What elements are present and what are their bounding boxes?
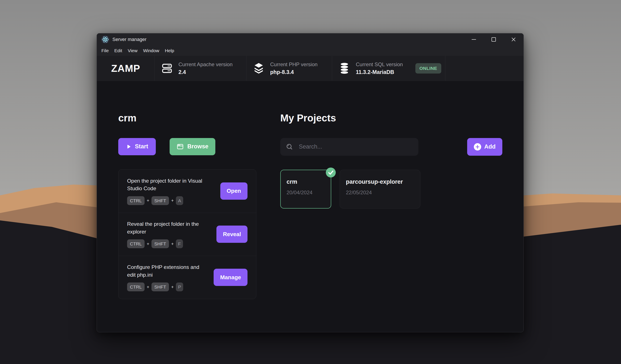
sql-version-label: Current SQL version (356, 62, 403, 67)
plus-separator: + (147, 198, 149, 203)
database-icon (339, 63, 350, 74)
minimize-button[interactable] (464, 33, 484, 46)
server-manager-window: Server manager (97, 33, 524, 332)
php-status: Current PHP version php-8.3.4 (246, 56, 332, 81)
open-vscode-row: Open the project folder in Visual Studio… (119, 169, 256, 213)
menu-bar: File Edit View Window Help (97, 46, 523, 56)
search-input[interactable] (298, 143, 413, 150)
menu-view[interactable]: View (125, 46, 140, 56)
play-icon (126, 144, 131, 149)
key-a: A (176, 196, 183, 205)
open-vscode-description: Open the project folder in Visual Studio… (127, 177, 207, 192)
project-name: crm (287, 179, 325, 185)
key-shft: SHFT (152, 282, 169, 291)
brand-logo: ZAMP (111, 63, 140, 74)
selected-check-badge (326, 167, 336, 178)
key-f: F (176, 239, 183, 248)
plus-circle-icon (474, 143, 481, 150)
project-name: parcoursup-explorer (346, 179, 414, 185)
layers-icon (253, 63, 264, 74)
projects-list: crm 20/04/2024 parcoursup-explorer 22/05… (280, 170, 502, 209)
online-status-badge: ONLINE (415, 63, 441, 74)
key-shft: SHFT (152, 196, 169, 205)
minimize-icon (471, 37, 477, 42)
plus-separator: + (171, 198, 174, 203)
sql-status: Current SQL version 11.3.2-MariaDB ONLIN… (332, 56, 445, 81)
maximize-icon (491, 37, 497, 42)
plus-separator: + (171, 284, 174, 290)
project-action-buttons: Start Browse (118, 138, 256, 155)
window-title: Server manager (112, 37, 147, 42)
project-card-parcoursup-explorer[interactable]: parcoursup-explorer 22/05/2024 (340, 170, 420, 209)
plus-separator: + (147, 284, 149, 290)
reveal-button[interactable]: Reveal (216, 226, 247, 243)
project-card-crm[interactable]: crm 20/04/2024 (280, 170, 331, 209)
search-box[interactable] (280, 138, 418, 156)
browse-button[interactable]: Browse (170, 138, 215, 155)
reveal-explorer-row: Reveal the project folder in the explore… (119, 213, 256, 256)
browser-window-icon (176, 143, 184, 150)
apache-version-label: Current Apache version (178, 62, 233, 67)
maximize-button[interactable] (484, 33, 504, 46)
open-button[interactable]: Open (220, 182, 247, 200)
close-icon (511, 37, 516, 42)
project-detail-panel: crm Start (118, 112, 256, 332)
project-actions-card: Open the project folder in Visual Studio… (118, 169, 256, 299)
main-content: crm Start (97, 81, 523, 332)
browse-button-label: Browse (187, 143, 208, 150)
project-date: 20/04/2024 (287, 190, 325, 196)
reveal-explorer-shortcut: CTRL + SHFT + F (127, 239, 207, 248)
close-button[interactable] (504, 33, 523, 46)
checkmark-icon (326, 167, 336, 178)
menu-help[interactable]: Help (162, 46, 177, 56)
add-button-label: Add (484, 143, 495, 150)
php-version-label: Current PHP version (270, 62, 318, 67)
apache-status: Current Apache version 2.4 (155, 56, 246, 81)
selected-project-title: crm (118, 112, 256, 125)
menu-edit[interactable]: Edit (112, 46, 125, 56)
plus-separator: + (171, 241, 174, 247)
reveal-explorer-description: Reveal the project folder in the explore… (127, 220, 207, 235)
projects-panel: My Projects (280, 112, 502, 332)
window-controls (464, 33, 523, 46)
open-vscode-shortcut: CTRL + SHFT + A (127, 196, 207, 205)
apache-version-value: 2.4 (178, 69, 233, 75)
brand-box: ZAMP (97, 56, 155, 81)
key-shft: SHFT (152, 239, 169, 248)
sql-version-value: 11.3.2-MariaDB (356, 69, 403, 75)
desktop-screen: Server manager (0, 0, 621, 364)
configure-php-description: Configure PHP extensions and edit php.in… (127, 263, 207, 279)
server-icon (161, 63, 173, 74)
php-version-value: php-8.3.4 (270, 69, 318, 75)
projects-panel-title: My Projects (280, 112, 502, 125)
manage-button[interactable]: Manage (214, 269, 247, 286)
plus-separator: + (147, 241, 149, 247)
electron-app-icon (101, 35, 109, 44)
projects-toolbar: Add (280, 138, 502, 156)
add-project-button[interactable]: Add (467, 138, 502, 156)
key-p: P (176, 282, 183, 291)
configure-php-shortcut: CTRL + SHFT + P (127, 282, 207, 291)
key-ctrl: CTRL (127, 196, 145, 205)
menu-window[interactable]: Window (140, 46, 162, 56)
configure-php-row: Configure PHP extensions and edit php.in… (119, 256, 256, 299)
status-bar: ZAMP Current Apache version 2.4 (97, 56, 523, 81)
key-ctrl: CTRL (127, 239, 145, 248)
project-date: 22/05/2024 (346, 190, 414, 196)
start-button-label: Start (135, 143, 148, 150)
start-button[interactable]: Start (118, 138, 156, 155)
search-icon (285, 143, 294, 151)
key-ctrl: CTRL (127, 282, 145, 291)
title-bar[interactable]: Server manager (97, 33, 523, 46)
menu-file[interactable]: File (99, 46, 112, 56)
